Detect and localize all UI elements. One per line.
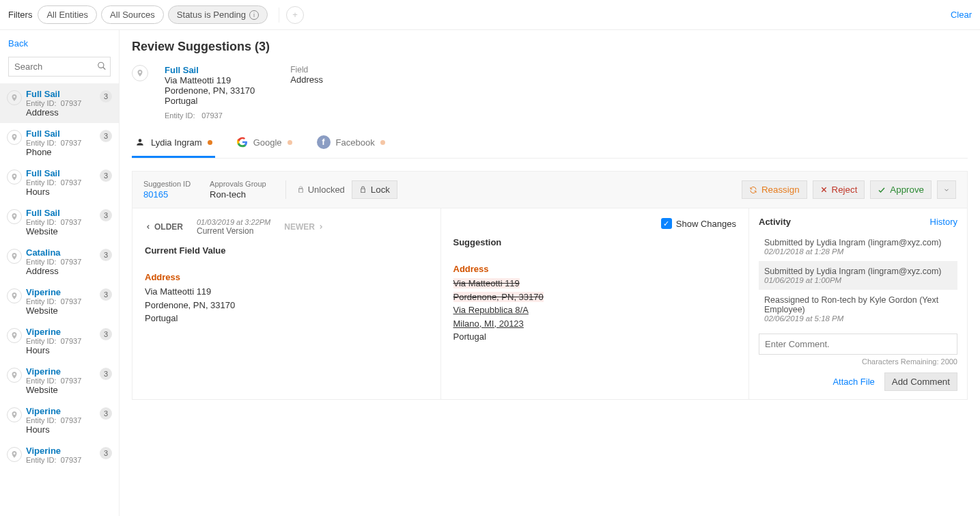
add-comment-button[interactable]: Add Comment [884, 372, 957, 391]
sidebar-entity-item[interactable]: Viperine Entity ID: 07937 3 [0, 440, 119, 470]
check-icon [878, 186, 886, 194]
location-pin-icon [7, 288, 22, 303]
entity-id-value: 07937 [201, 111, 223, 120]
entity-item-field: Hours [26, 345, 96, 355]
entity-item-count: 3 [100, 368, 112, 380]
tab-label: Facebook [336, 137, 375, 148]
person-icon [135, 137, 145, 148]
sidebar-entity-item[interactable]: Full Sail Entity ID: 07937 Hours 3 [0, 163, 119, 202]
location-pin-icon [7, 169, 22, 185]
refresh-icon [749, 186, 757, 194]
entity-item-id: Entity ID: 07937 [26, 416, 96, 424]
approvals-group-label: Approvals Group [210, 180, 266, 188]
sidebar-entity-item[interactable]: Full Sail Entity ID: 07937 Phone 3 [0, 123, 119, 163]
entity-name[interactable]: Full Sail [165, 65, 255, 75]
field-label-value: Address [290, 74, 323, 85]
back-link[interactable]: Back [0, 30, 119, 57]
lock-icon [359, 186, 367, 193]
entity-id-label: Entity ID: [165, 111, 195, 120]
activity-who: Submitted by Lydia Ingram (lingram@xyz.c… [764, 238, 952, 247]
filter-bar: Filters All Entities All Sources Status … [0, 0, 980, 30]
svg-line-1 [103, 67, 106, 70]
status-dot-icon [288, 140, 292, 145]
sidebar-entity-item[interactable]: Viperine Entity ID: 07937 Hours 3 [0, 321, 119, 361]
entity-address-line: Via Matteotti 119 [165, 75, 255, 85]
activity-who: Reassigned to Ron-tech by Kyle Gordon (Y… [764, 295, 952, 314]
checkbox-checked-icon: ✓ [661, 218, 672, 229]
location-pin-icon [7, 209, 22, 224]
clear-filters[interactable]: Clear [951, 10, 972, 20]
approve-button[interactable]: Approve [870, 180, 932, 199]
activity-item: Reassigned to Ron-tech by Kyle Gordon (Y… [759, 290, 957, 328]
entity-header: Full Sail Via Matteotti 119 Pordenone, P… [132, 61, 968, 130]
entity-item-count: 3 [100, 328, 112, 340]
sidebar-entity-item[interactable]: Viperine Entity ID: 07937 Website 3 [0, 282, 119, 321]
show-changes-toggle[interactable]: ✓ Show Changes [661, 218, 736, 229]
entity-address-line: Portugal [165, 96, 255, 106]
filter-pill-sources[interactable]: All Sources [101, 5, 164, 24]
filter-pill-entities[interactable]: All Entities [38, 5, 97, 24]
reassign-button[interactable]: Reassign [742, 180, 807, 199]
entity-item-name: Viperine [26, 446, 96, 456]
entity-item-field: Website [26, 226, 96, 236]
entity-item-name: Full Sail [26, 168, 96, 178]
activity-when: 02/01/2018 at 1:28 PM [764, 247, 952, 256]
lock-button[interactable]: Lock [352, 180, 397, 199]
add-filter-button[interactable]: + [286, 6, 304, 24]
entity-address-line: Pordenone, PN, 33170 [165, 85, 255, 96]
chevron-left-icon [145, 223, 152, 230]
approve-dropdown[interactable] [937, 180, 956, 199]
entity-item-name: Viperine [26, 406, 96, 416]
source-tabs: Lydia Ingram Google f Facebook [132, 130, 968, 159]
entity-item-field: Address [26, 107, 96, 118]
older-button[interactable]: OLDER [145, 222, 183, 232]
entity-item-id: Entity ID: 07937 [26, 139, 96, 147]
location-pin-icon [132, 65, 148, 81]
sidebar-entity-item[interactable]: Viperine Entity ID: 07937 Hours 3 [0, 400, 119, 440]
sidebar-entity-item[interactable]: Viperine Entity ID: 07937 Website 3 [0, 361, 119, 400]
comment-input[interactable] [759, 334, 957, 355]
suggestion-line: Portugal [453, 330, 737, 344]
search-icon[interactable] [97, 61, 107, 72]
entity-item-count: 3 [100, 288, 112, 301]
filter-pill-status[interactable]: Status is Pending i [168, 5, 268, 24]
entity-item-field: Address [26, 266, 96, 276]
tab-label: Google [253, 137, 282, 148]
entity-item-name: Full Sail [26, 128, 96, 139]
current-value-panel: OLDER 01/03/2019 at 3:22PM Current Versi… [132, 208, 441, 399]
entity-item-id: Entity ID: 07937 [26, 456, 96, 464]
history-link[interactable]: History [930, 217, 957, 227]
sidebar-entity-item[interactable]: Full Sail Entity ID: 07937 Website 3 [0, 202, 119, 242]
lock-status: Unlocked [297, 185, 345, 195]
reject-button[interactable]: Reject [813, 180, 865, 199]
chevron-right-icon [318, 223, 324, 230]
attach-file-link[interactable]: Attach File [832, 377, 874, 387]
suggestion-id-link[interactable]: 80165 [143, 189, 191, 200]
location-pin-icon [7, 368, 22, 383]
card-header: Suggestion ID 80165 Approvals Group Ron-… [132, 172, 967, 208]
entity-item-id: Entity ID: 07937 [26, 297, 96, 305]
entity-item-count: 3 [100, 169, 112, 182]
tab-user[interactable]: Lydia Ingram [132, 130, 215, 158]
tab-google[interactable]: Google [234, 130, 295, 158]
entity-item-name: Viperine [26, 327, 96, 337]
suggestion-line: Via Matteotti 119 [453, 277, 737, 290]
sidebar-entity-item[interactable]: Full Sail Entity ID: 07937 Address 3 [0, 83, 119, 123]
field-label: Address [453, 264, 737, 274]
entity-item-id: Entity ID: 07937 [26, 377, 96, 385]
entity-item-count: 3 [100, 249, 112, 261]
activity-item: Submitted by Lydia Ingram (lingram@xyz.c… [759, 261, 957, 290]
newer-button: NEWER [284, 222, 324, 232]
entity-item-id: Entity ID: 07937 [26, 337, 96, 345]
suggestion-line: Via Repubblica 8/A [453, 303, 737, 317]
entity-item-name: Full Sail [26, 208, 96, 218]
main: Review Suggestions (3) Full Sail Via Mat… [120, 30, 980, 516]
filters-label: Filters [8, 10, 32, 20]
search-input[interactable] [8, 57, 111, 77]
sidebar-entity-item[interactable]: Catalina Entity ID: 07937 Address 3 [0, 242, 119, 282]
sidebar: Back Full Sail Entity ID: 07937 Address … [0, 30, 120, 516]
entity-item-id: Entity ID: 07937 [26, 218, 96, 226]
entity-item-id: Entity ID: 07937 [26, 178, 96, 187]
tab-facebook[interactable]: f Facebook [314, 130, 388, 158]
entity-item-count: 3 [100, 90, 112, 103]
